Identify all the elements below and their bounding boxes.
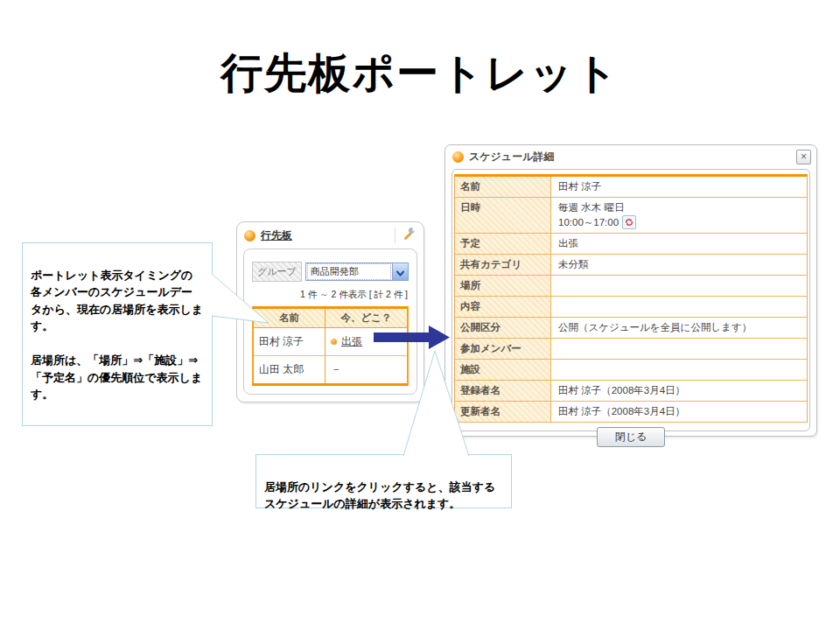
record-count: 1 件 ～ 2 件表示 [ 計 2 件 ] [252, 289, 408, 301]
page-title: 行先板ポートレット [0, 46, 840, 102]
dialog-header: スケジュール詳細 [445, 145, 816, 169]
destination-board-portlet: 行先板 グループ 商品開発部 [236, 221, 424, 402]
schedule-detail-table: 名前 田村 涼子 日時 毎週 水木 曜日 10:00～17:00 [454, 174, 808, 423]
detail-row-facility: 施設 [455, 360, 807, 381]
recurrence-days: 毎週 水木 曜日 [558, 201, 800, 214]
portlet-settings-button[interactable] [395, 228, 416, 243]
orange-ball-icon [244, 230, 256, 242]
chevron-down-icon [396, 264, 404, 280]
callout-left-text: ポートレット表示タイミングの各メンバーのスケジュールデータから、現在の居場所を表… [31, 269, 203, 402]
table-row: 山田 太郎 － [254, 356, 407, 383]
dialog-title: スケジュール詳細 [469, 150, 554, 164]
detail-row-members: 参加メンバー [455, 339, 807, 360]
group-filter-row: グループ 商品開発部 [252, 262, 409, 282]
detail-row-registrant: 登録者名 田村 涼子（2008年3月4日） [455, 381, 807, 402]
detail-row-plan: 予定 出張 [455, 234, 807, 255]
location-link[interactable]: 出張 [341, 334, 362, 349]
wrench-icon [402, 227, 416, 244]
destination-table-header: 名前 今、どこ？ [254, 309, 407, 328]
detail-row-name: 名前 田村 涼子 [455, 177, 807, 198]
portlet-body: グループ 商品開発部 1 件 ～ 2 件表示 [ 計 2 件 ] 名前 今、どこ… [243, 248, 417, 395]
detail-row-visibility: 公開区分 公開（スケジュールを全員に公開します） [455, 318, 807, 339]
callout-bottom-text: 居場所のリンクをクリックすると、該当するスケジュールの詳細が表示されます。 [264, 480, 495, 511]
group-select-value: 商品開発部 [307, 263, 391, 280]
dialog-close-button[interactable]: × [796, 150, 811, 164]
member-name: 山田 太郎 [254, 356, 326, 383]
detail-row-updater: 更新者名 田村 涼子（2008年3月4日） [455, 402, 807, 423]
dialog-footer: 閉じる [454, 423, 808, 451]
detail-row-place: 場所 [455, 276, 807, 297]
detail-row-datetime: 日時 毎週 水木 曜日 10:00～17:00 [455, 198, 807, 234]
presence-dot-icon [331, 339, 337, 345]
member-location: － [326, 356, 407, 383]
col-header-location: 今、どこ？ [326, 309, 407, 327]
slide: { "slide": { "title": "行先板ポートレット" }, "ca… [0, 0, 840, 630]
member-name: 田村 涼子 [254, 328, 326, 355]
callout-left: ポートレット表示タイミングの各メンバーのスケジュールデータから、現在の居場所を表… [22, 242, 213, 426]
detail-row-category: 共有カテゴリ 未分類 [455, 255, 807, 276]
close-button[interactable]: 閉じる [597, 427, 666, 447]
group-label: グループ [252, 262, 302, 282]
destination-table: 名前 今、どこ？ 田村 涼子 出張 山田 太郎 － [252, 306, 409, 386]
portlet-header: 行先板 [237, 222, 424, 248]
recurrence-time: 10:00～17:00 [558, 216, 619, 229]
orange-ball-icon [452, 151, 464, 163]
portlet-title-link[interactable]: 行先板 [261, 228, 292, 243]
col-header-name: 名前 [254, 309, 326, 327]
schedule-detail-dialog: スケジュール詳細 × 名前 田村 涼子 日時 毎週 水木 曜日 10:00～17… [444, 144, 817, 437]
table-row: 田村 涼子 出張 [254, 328, 407, 356]
group-select[interactable]: 商品開発部 [305, 262, 409, 281]
detail-row-content: 内容 [455, 297, 807, 318]
dialog-body: 名前 田村 涼子 日時 毎週 水木 曜日 10:00～17:00 [452, 169, 810, 431]
repeat-icon[interactable] [622, 215, 636, 229]
callout-bottom: 居場所のリンクをクリックすると、該当するスケジュールの詳細が表示されます。 [256, 454, 512, 508]
group-select-button[interactable] [392, 263, 408, 280]
